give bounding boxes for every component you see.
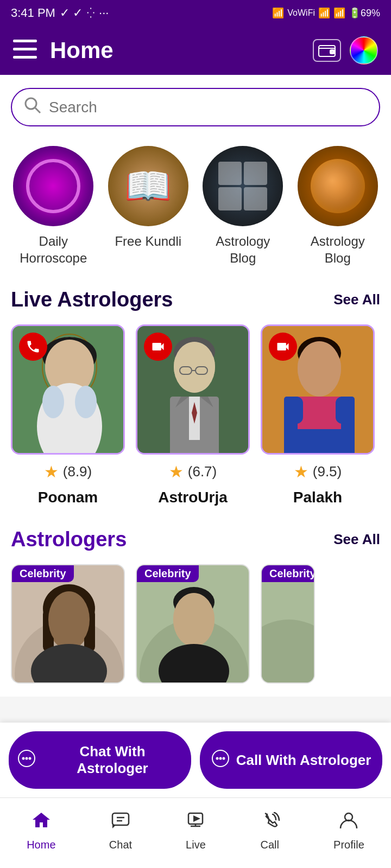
svg-point-42 [48,591,90,648]
call-nav-icon [260,810,280,835]
star-icon: ★ [294,462,308,481]
astrologer-card-poonam[interactable]: ★ (8.9) Poonam [11,324,125,506]
search-input[interactable] [49,99,367,116]
celebrity-card-1[interactable]: Celebrity [11,564,125,684]
astrourja-name: AstroUrja [158,489,228,506]
home-label: Home [27,839,55,851]
live-see-all[interactable]: See All [333,291,380,308]
call-label: Call [261,839,279,851]
bottom-nav: Home Chat Live [0,797,391,868]
chat-nav-icon [110,810,131,835]
celebrity-card-2[interactable]: Celebrity [136,564,250,684]
astrologer-card-astrourja[interactable]: ★ (6.7) AstroUrja [136,324,250,506]
nav-live[interactable]: Live [185,810,206,851]
svg-point-59 [222,757,225,760]
svg-point-58 [219,757,222,760]
svg-point-14 [42,386,64,418]
menu-icon[interactable] [13,40,37,61]
live-astrologers-section: Live Astrologers See All [11,288,380,506]
call-icon [211,749,230,771]
nav-home[interactable]: Home [27,810,55,851]
chat-label: Chat [109,839,132,851]
svg-rect-33 [298,397,341,429]
astrologers-section: Astrologers See All Celebrity [11,528,380,684]
svg-rect-34 [289,397,303,424]
search-bar[interactable] [11,88,380,126]
category-row: DailyHorroscope 📖 Free Kundli AstrologyB… [11,146,380,266]
profile-icon [338,810,359,835]
call-button-label: Call With Astrologer [236,752,371,769]
astrologers-cards-list: Celebrity Celebrity [11,564,380,684]
live-section-title: Live Astrologers [11,288,173,311]
astrourja-image [136,324,250,455]
palakh-image [261,324,375,455]
svg-point-54 [26,757,28,760]
nav-chat[interactable]: Chat [109,810,132,851]
poonam-image [11,324,125,455]
svg-point-53 [22,757,25,760]
wallet-icon[interactable] [313,39,341,62]
astrologers-section-header: Astrologers See All [11,528,380,551]
free-kundli-circle: 📖 [108,146,188,226]
free-kundli-label: Free Kundli [115,233,181,250]
search-icon [24,97,41,118]
profile-label: Profile [333,839,364,851]
svg-rect-0 [13,40,37,42]
category-astrology-blog-1[interactable]: AstrologyBlog [200,146,286,266]
svg-point-31 [298,341,341,395]
astrologers-see-all[interactable]: See All [333,531,380,548]
palakh-name: Palakh [293,489,342,506]
chat-with-astrologer-button[interactable]: Chat With Astrologer [9,731,191,789]
chat-icon [17,749,36,771]
video-badge-palakh [269,333,297,361]
call-with-astrologer-button[interactable]: Call With Astrologer [200,731,382,789]
svg-rect-60 [112,813,129,825]
palakh-rating: ★ (9.5) [294,462,342,481]
live-icon [185,810,206,835]
daily-horoscope-label: DailyHorroscope [20,233,87,266]
celebrity-badge-3: Celebrity [262,565,315,582]
astrology-blog-1-label: AstrologyBlog [216,233,270,266]
main-content: DailyHorroscope 📖 Free Kundli AstrologyB… [0,75,391,697]
celebrity-card-3[interactable]: Celebrity [261,564,315,684]
svg-rect-2 [13,56,37,59]
phone-badge [19,333,47,361]
chat-button-label: Chat With Astrologer [42,743,182,777]
svg-rect-1 [13,48,37,50]
home-icon [31,810,52,835]
astrologers-section-title: Astrologers [11,528,127,551]
svg-point-51 [262,620,315,684]
category-free-kundli[interactable]: 📖 Free Kundli [106,146,191,266]
status-time: 3:41 PM ✓ ✓ ⁛ ··· [11,6,109,20]
status-icons: 📶 VoWiFi 📶 📶 🔋69% [272,7,380,19]
app-header: Home [0,26,391,75]
nav-profile[interactable]: Profile [333,810,364,851]
astrology-blog-2-label: AstrologyBlog [311,233,365,266]
live-section-header: Live Astrologers See All [11,288,380,311]
svg-point-57 [216,757,218,760]
astrology-blog-1-circle [203,146,283,226]
category-daily-horoscope[interactable]: DailyHorroscope [11,146,96,266]
celebrity-badge-1: Celebrity [12,565,74,582]
svg-point-19 [174,342,215,392]
category-astrology-blog-2[interactable]: AstrologyBlog [295,146,381,266]
poonam-rating: ★ (8.9) [44,462,92,481]
svg-point-55 [29,757,31,760]
header-actions [313,36,378,65]
nav-call[interactable]: Call [260,810,280,851]
daily-horoscope-circle [13,146,93,226]
cta-strip: Chat With Astrologer Call With Astrologe… [0,723,391,797]
status-bar: 3:41 PM ✓ ✓ ⁛ ··· 📶 VoWiFi 📶 📶 🔋69% [0,0,391,26]
celebrity-badge-2: Celebrity [137,565,199,582]
poonam-name: Poonam [38,489,98,506]
star-icon: ★ [44,462,59,481]
star-icon: ★ [169,462,184,481]
color-wheel-icon[interactable] [350,36,378,65]
astrologer-card-palakh[interactable]: ★ (9.5) Palakh [261,324,375,506]
svg-point-6 [26,98,36,109]
page-title: Home [50,37,113,63]
astrology-blog-2-circle [298,146,378,226]
live-label: Live [186,839,206,851]
svg-line-7 [35,108,40,113]
astrourja-rating: ★ (6.7) [169,462,217,481]
